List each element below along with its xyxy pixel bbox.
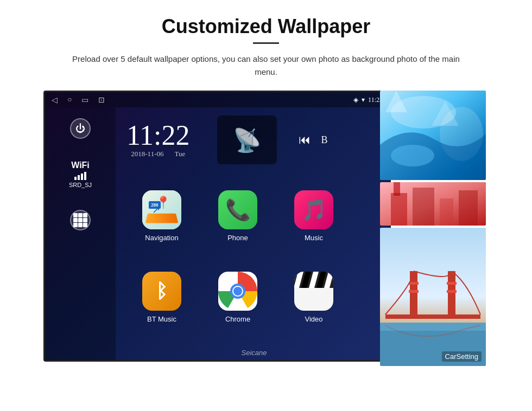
svg-rect-13 xyxy=(394,182,400,196)
page-description: Preload over 5 default wallpaper options… xyxy=(71,53,461,79)
nav-app-icon: 280 ↗ 📍 xyxy=(142,190,181,229)
car-setting-label: CarSetting xyxy=(442,351,482,362)
location-icon: ◈ xyxy=(353,96,358,104)
app-grid: 280 ↗ 📍 Navigation 📞 Phone xyxy=(116,172,391,341)
wifi-bar-1 xyxy=(74,177,77,180)
signal-icon: ▾ xyxy=(362,96,365,104)
svg-point-3 xyxy=(233,287,242,296)
wallpaper-city-building[interactable] xyxy=(380,182,486,226)
media-controls: ⏮ B xyxy=(299,133,328,147)
home-icon[interactable]: ○ xyxy=(67,95,72,104)
bt-app-icon: ᛒ xyxy=(142,272,181,311)
wifi-bar-3 xyxy=(81,174,83,180)
wifi-info: WiFi SRD_SJ xyxy=(69,160,92,188)
svg-rect-9 xyxy=(391,193,407,226)
app-navigation[interactable]: 280 ↗ 📍 Navigation xyxy=(126,178,197,254)
phone-app-icon: 📞 xyxy=(218,190,257,229)
grid-dot xyxy=(83,213,87,217)
grid-icon xyxy=(73,213,87,227)
wallpaper-ice-cave[interactable] xyxy=(380,91,486,180)
android-screen: ◁ ○ ▭ ⊡ ◈ ▾ 11:22 ⏻ WiFi xyxy=(43,91,391,362)
nav-app-label: Navigation xyxy=(145,234,178,242)
svg-rect-22 xyxy=(447,282,457,285)
chrome-svg xyxy=(218,272,257,311)
wifi-bars xyxy=(74,172,86,180)
recents-icon[interactable]: ▭ xyxy=(81,95,88,105)
music-app-label: Music xyxy=(305,234,323,242)
chrome-app-label: Chrome xyxy=(225,315,250,323)
svg-rect-19 xyxy=(448,271,455,319)
app-music[interactable]: 🎵 Music xyxy=(278,178,349,254)
svg-rect-23 xyxy=(447,290,457,293)
grid-dot xyxy=(83,218,87,222)
top-bar: 11:22 2018-11-06 Tue 📡 ⏮ B xyxy=(116,107,391,172)
bluetooth-icon: ᛒ xyxy=(156,280,168,303)
svg-rect-21 xyxy=(409,290,419,293)
wallpaper-panel: CarSetting xyxy=(380,91,486,362)
grid-dot xyxy=(73,213,78,217)
nav-buttons: ◁ ○ ▭ ⊡ xyxy=(52,95,105,105)
apps-grid-button[interactable] xyxy=(70,210,91,230)
bt-app-label: BT Music xyxy=(147,315,176,323)
svg-rect-10 xyxy=(413,188,434,226)
wallpaper-golden-gate[interactable]: CarSetting xyxy=(380,228,486,366)
clock-date: 2018-11-06 Tue xyxy=(131,150,185,158)
page-title: Customized Wallpaper xyxy=(162,15,371,38)
clock-section: 11:22 2018-11-06 Tue xyxy=(126,121,190,158)
back-icon[interactable]: ◁ xyxy=(52,95,58,105)
music-app-icon: 🎵 xyxy=(294,190,333,229)
sidebar: ⏻ WiFi SRD_SJ xyxy=(45,107,116,362)
phone-icon: 📞 xyxy=(225,198,251,222)
title-divider xyxy=(253,42,279,44)
svg-rect-16 xyxy=(380,323,486,331)
svg-rect-11 xyxy=(440,198,453,226)
music-icon: 🎵 xyxy=(301,198,327,222)
power-icon: ⏻ xyxy=(75,123,85,134)
app-chrome[interactable]: Chrome xyxy=(202,259,273,335)
grid-dot xyxy=(73,223,78,227)
video-app-icon xyxy=(294,272,333,311)
wifi-bar-2 xyxy=(78,175,80,180)
status-icons: ◈ ▾ 11:22 xyxy=(353,96,383,104)
radio-icon: 📡 xyxy=(233,127,261,153)
power-button[interactable]: ⏻ xyxy=(70,118,91,139)
ice-cave-image xyxy=(380,91,486,180)
app-video[interactable]: Video xyxy=(278,259,349,335)
video-app-label: Video xyxy=(305,315,322,323)
svg-point-7 xyxy=(391,145,434,166)
svg-rect-12 xyxy=(459,190,478,226)
track-label: B xyxy=(321,134,328,146)
screenshot-wrapper: ◁ ○ ▭ ⊡ ◈ ▾ 11:22 ⏻ WiFi xyxy=(43,91,489,367)
grid-dot xyxy=(78,218,83,222)
grid-dot xyxy=(78,213,83,217)
watermark: Seicane xyxy=(242,349,267,357)
chrome-app-icon xyxy=(218,272,257,311)
app-phone[interactable]: 📞 Phone xyxy=(202,178,273,254)
svg-rect-17 xyxy=(385,314,480,319)
wifi-label: WiFi xyxy=(71,160,90,170)
main-content: 11:22 2018-11-06 Tue 📡 ⏮ B xyxy=(116,107,391,362)
prev-track-button[interactable]: ⏮ xyxy=(299,133,311,147)
wifi-ssid: SRD_SJ xyxy=(69,182,92,188)
nav-pin-icon: 📍 xyxy=(156,196,170,210)
date-text: 2018-11-06 xyxy=(131,150,163,158)
wifi-bar-4 xyxy=(84,172,86,180)
grid-dot xyxy=(73,218,78,222)
screenshot-icon[interactable]: ⊡ xyxy=(98,95,105,105)
clock-time: 11:22 xyxy=(126,121,190,150)
day-text: Tue xyxy=(174,150,185,158)
svg-rect-18 xyxy=(410,271,417,319)
phone-app-label: Phone xyxy=(227,234,248,242)
app-bt-music[interactable]: ᛒ BT Music xyxy=(126,259,197,335)
grid-dot xyxy=(78,223,83,227)
status-bar: ◁ ○ ▭ ⊡ ◈ ▾ 11:22 xyxy=(45,92,389,107)
clapper-top xyxy=(294,272,333,288)
city-building-image xyxy=(380,182,486,226)
golden-gate-image xyxy=(380,228,486,366)
road xyxy=(145,213,179,223)
media-widget: 📡 xyxy=(217,115,277,164)
grid-dot xyxy=(83,223,87,227)
page-container: Customized Wallpaper Preload over 5 defa… xyxy=(0,0,532,411)
